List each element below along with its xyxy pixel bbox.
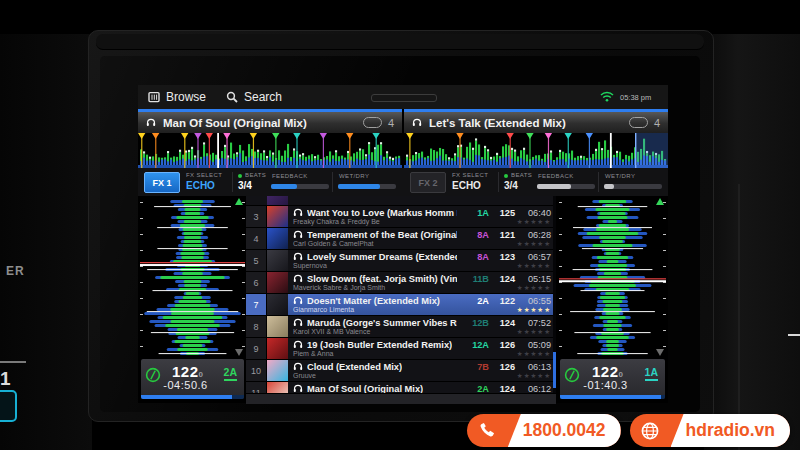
deck1-title-bar[interactable]: Man Of Soul (Original Mix) 4 [138,109,402,133]
track-title: Lovely Summer Dreams (Extended Mix) [307,252,457,262]
track-bpm: 121 [489,230,515,240]
track-artist: Gruuve [293,372,457,381]
deck2-title-bar[interactable]: Let's Talk (Extended Mix) 4 [404,109,668,133]
fx1-panel: FX 1 FX SELECT ECHO BEATS 3/4 FEEDBACK W… [138,168,402,196]
deck1-overview-waveform[interactable] [138,133,402,168]
album-art [267,228,288,249]
album-art [267,250,288,271]
track-rating: ★★★★★ [457,218,551,226]
track-row[interactable]: 2Travis Emmons, Brett Rubin & Trice Be★★… [246,196,556,206]
fx1-beats-value[interactable]: 3/4 [238,180,252,191]
fx2-toggle-button[interactable]: FX 2 [410,172,446,193]
screen-bezel-top-strip [96,34,704,50]
track-row[interactable]: 7Doesn't Matter (Extended Mix)Gianmarco … [246,294,556,316]
track-rating: ★★★★★ [457,350,551,358]
track-row[interactable]: 6Slow Down (feat. Jorja Smith) (Vintage … [246,272,556,294]
hardware-marker-line [788,334,800,336]
deck1-track-title: Man Of Soul (Original Mix) [163,117,356,129]
track-row[interactable]: 3Want You to Love (Markus Homm Late M...… [246,206,556,228]
track-time: 07:52 [515,318,551,328]
album-art [267,338,288,359]
search-field[interactable]: Search [226,90,282,104]
track-row[interactable]: 10Cloud (Extended Mix)Gruuve7B12606:13★★… [246,360,556,382]
track-bpm: 124 [489,318,515,328]
deck1-scrolling-waveform[interactable] [140,196,245,358]
hardware-cyan-button[interactable] [0,390,17,422]
track-key: 12B [465,318,489,328]
track-artist: Maverick Sabre & Jorja Smith [293,284,457,293]
top-drag-handle[interactable] [371,94,437,102]
headphone-icon [146,118,156,127]
headphone-icon [293,384,303,393]
fx2-beats-value[interactable]: 3/4 [504,180,518,191]
track-row[interactable]: 4Temperament of the Beat (Original Mix)C… [246,228,556,250]
feedback-label: FEEDBACK [538,173,574,179]
fx2-panel: FX 2 FX SELECT ECHO BEATS 3/4 FEEDBACK W… [404,168,668,196]
fx2-select-value[interactable]: ECHO [452,180,481,191]
track-time: 06:12 [515,384,551,394]
track-rating: ★★★★★ [457,284,551,292]
track-artist: Supernova [293,262,457,271]
track-number: 3 [246,206,267,227]
track-title: Maruda (Gorge's Summer Vibes Remix) [307,318,457,328]
fx2-feedback-slider[interactable] [537,184,595,189]
track-key: 2A [465,296,489,306]
track-title: Man Of Soul (Original Mix) [307,384,423,394]
wetdry-label: WET/DRY [339,173,369,179]
track-row[interactable]: 11Man Of Soul (Original Mix)Saison2A1240… [246,382,556,393]
album-art [267,382,288,393]
deck2-loop-control[interactable]: 4 [629,117,660,129]
track-row[interactable]: 919 (Josh Butler Extended Remix)Piem & A… [246,338,556,360]
fx1-toggle-button[interactable]: FX 1 [144,172,180,193]
fx-select-label: FX SELECT [452,172,488,178]
album-art [267,196,288,206]
deck2-loop-size: 4 [654,117,660,129]
beats-label: BEATS [511,172,532,178]
fx1-feedback-slider[interactable] [271,184,329,189]
fx2-wetdry-slider[interactable] [604,184,662,189]
track-rating: ★★★★★ [457,372,551,380]
search-label: Search [244,90,282,104]
headphone-icon [293,208,303,217]
track-time: 05:09 [515,340,551,350]
track-time: 06:28 [515,230,551,240]
feedback-label: FEEDBACK [272,173,308,179]
clock: 05:38 pm [620,93,651,102]
headphone-icon [293,274,303,283]
fx1-select-value[interactable]: ECHO [186,180,215,191]
track-row[interactable]: 5Lovely Summer Dreams (Extended Mix)Supe… [246,250,556,272]
deck1-bpm: 1220 [161,363,214,380]
headphone-icon [293,318,303,327]
hardware-panel-seam [738,184,740,450]
scrollbar-thumb[interactable] [553,352,556,388]
track-key: 2A [465,384,489,394]
browse-button[interactable]: Browse [148,90,206,104]
album-art [267,316,288,337]
track-key: 11B [465,274,489,284]
deck2-overview-waveform[interactable] [404,133,668,168]
track-bpm: 125 [489,208,515,218]
deck1-loop-control[interactable]: 4 [363,117,394,129]
track-number: 9 [246,338,267,359]
deck2-progress-bar [560,395,665,399]
website-badge[interactable]: hdradio.vn [630,414,790,447]
track-number: 7 [246,294,267,315]
deck2-scrolling-waveform[interactable] [559,196,666,358]
headphone-icon [293,230,303,239]
album-art [267,272,288,293]
fx1-wetdry-slider[interactable] [338,184,396,189]
album-art [267,360,288,381]
track-number: 6 [246,272,267,293]
track-row[interactable]: 8Maruda (Gorge's Summer Vibes Remix)Karo… [246,316,556,338]
track-list-scrollbar[interactable] [553,196,556,393]
promo-badges: 1800.0042 hdradio.vn [467,414,790,447]
track-bpm: 122 [489,296,515,306]
phone-badge[interactable]: 1800.0042 [467,414,621,447]
status-bar: Browse Search 05:38 pm [138,85,668,111]
hardware-digit-label: 1 [0,368,11,390]
deck2-info-panel: 1220 1A -01:40.3 [559,358,666,400]
headphone-icon [293,340,303,349]
search-icon [226,91,238,103]
track-number: 5 [246,250,267,271]
track-key: 12A [465,340,489,350]
